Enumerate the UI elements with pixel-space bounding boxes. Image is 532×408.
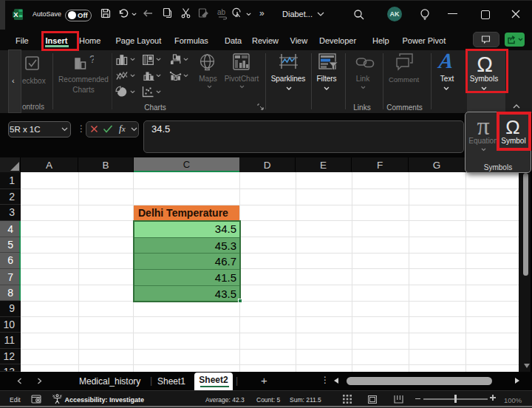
svg-text:?: ? <box>89 54 94 65</box>
svg-text:X: X <box>13 10 18 18</box>
